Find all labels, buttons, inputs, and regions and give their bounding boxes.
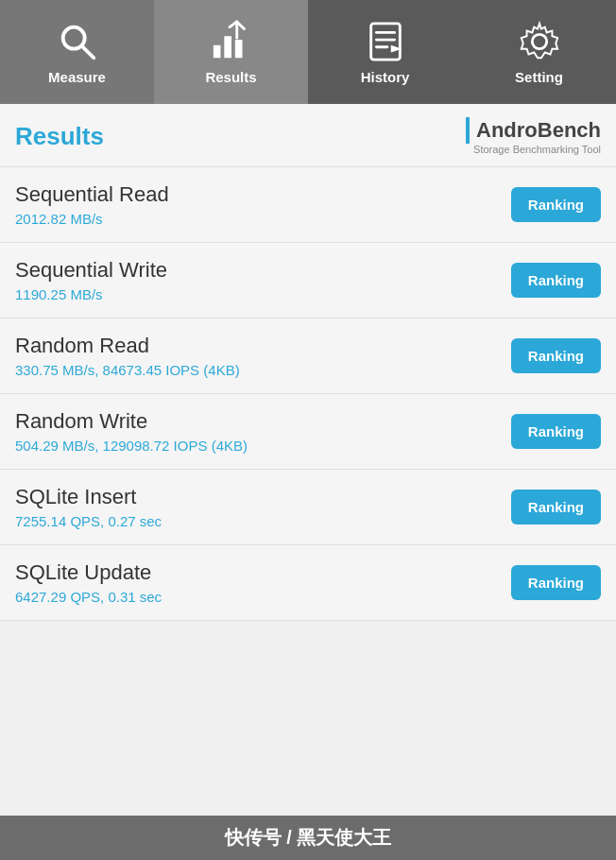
benchmark-value-seq-write: 1190.25 MB/s [15,286,167,302]
benchmark-name-seq-write: Sequential Write [15,258,167,283]
benchmark-list: Sequential Read 2012.82 MB/s Ranking Seq… [0,167,616,621]
watermark: 快传号 / 黑天使大王 [0,816,616,860]
brand-bar [466,117,470,144]
nav-item-results[interactable]: Results [154,0,308,104]
nav-label-measure: Measure [48,69,106,85]
benchmark-info-seq-write: Sequential Write 1190.25 MB/s [15,258,167,302]
benchmark-value-rand-write: 504.29 MB/s, 129098.72 IOPS (4KB) [15,438,248,454]
svg-rect-2 [213,44,220,57]
benchmark-row-sqlite-update: SQLite Update 6427.29 QPS, 0.31 sec Rank… [0,545,616,621]
ranking-button-sqlite-insert[interactable]: Ranking [511,490,601,525]
nav-label-results: Results [205,69,256,85]
svg-rect-4 [234,40,242,58]
svg-point-11 [532,34,546,48]
watermark-text: 快传号 / 黑天使大王 [225,827,392,848]
ranking-button-rand-read[interactable]: Ranking [511,338,601,373]
brand-name: AndroBench [466,117,601,144]
measure-icon [56,20,99,63]
benchmark-info-sqlite-insert: SQLite Insert 7255.14 QPS, 0.27 sec [15,485,162,529]
svg-line-1 [81,45,93,57]
benchmark-row-seq-write: Sequential Write 1190.25 MB/s Ranking [0,243,616,318]
benchmark-info-seq-read: Sequential Read 2012.82 MB/s [15,182,169,227]
benchmark-row-seq-read: Sequential Read 2012.82 MB/s Ranking [0,167,616,243]
svg-rect-6 [370,23,400,59]
benchmark-row-sqlite-insert: SQLite Insert 7255.14 QPS, 0.27 sec Rank… [0,470,616,545]
benchmark-info-rand-write: Random Write 504.29 MB/s, 129098.72 IOPS… [15,409,248,454]
benchmark-value-sqlite-update: 6427.29 QPS, 0.31 sec [15,589,162,605]
nav-item-history[interactable]: History [308,0,462,104]
benchmark-value-seq-read: 2012.82 MB/s [15,211,169,227]
history-icon [364,20,407,63]
nav-bar: Measure Results History [0,0,616,104]
brand-sub: Storage Benchmarking Tool [473,144,601,155]
benchmark-row-rand-read: Random Read 330.75 MB/s, 84673.45 IOPS (… [0,318,616,394]
benchmark-name-sqlite-update: SQLite Update [15,560,162,585]
benchmark-name-sqlite-insert: SQLite Insert [15,485,162,509]
results-icon [210,20,253,63]
ranking-button-seq-read[interactable]: Ranking [511,187,601,222]
page-title: Results [15,122,104,151]
benchmark-info-sqlite-update: SQLite Update 6427.29 QPS, 0.31 sec [15,560,162,605]
ranking-button-rand-write[interactable]: Ranking [511,414,601,449]
nav-label-history: History [361,69,410,85]
ranking-button-seq-write[interactable]: Ranking [511,263,601,298]
benchmark-value-rand-read: 330.75 MB/s, 84673.45 IOPS (4KB) [15,362,240,378]
nav-label-setting: Setting [515,69,563,85]
brand-logo: AndroBench Storage Benchmarking Tool [466,117,601,155]
ranking-button-sqlite-update[interactable]: Ranking [511,565,601,600]
benchmark-name-rand-read: Random Read [15,334,240,358]
results-header: Results AndroBench Storage Benchmarking … [0,104,616,167]
benchmark-info-rand-read: Random Read 330.75 MB/s, 84673.45 IOPS (… [15,334,240,378]
benchmark-value-sqlite-insert: 7255.14 QPS, 0.27 sec [15,513,162,529]
setting-icon [518,20,561,63]
svg-rect-3 [224,36,231,58]
benchmark-name-rand-write: Random Write [15,409,248,434]
nav-item-measure[interactable]: Measure [0,0,154,104]
benchmark-row-rand-write: Random Write 504.29 MB/s, 129098.72 IOPS… [0,394,616,470]
nav-item-setting[interactable]: Setting [462,0,616,104]
benchmark-name-seq-read: Sequential Read [15,182,169,207]
